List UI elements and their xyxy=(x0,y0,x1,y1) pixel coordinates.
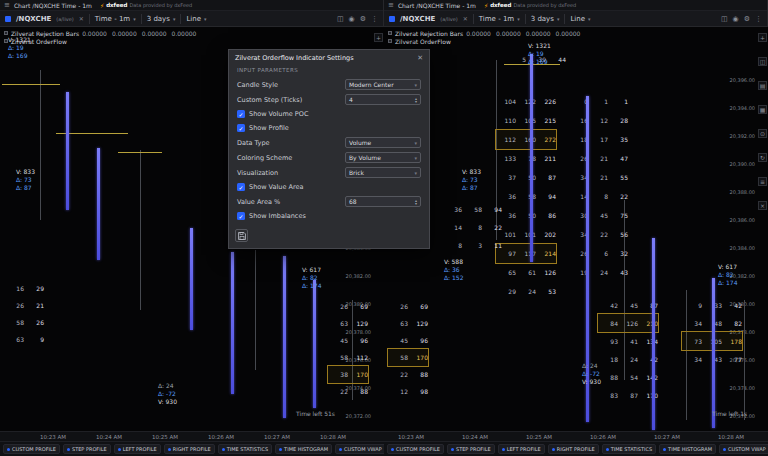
value-area-input[interactable]: 68 ▴▾ xyxy=(345,196,421,207)
range-dropdown[interactable]: 3 days ▾ xyxy=(531,15,560,23)
timeframe-dropdown[interactable]: Time - 1m ▾ xyxy=(95,15,136,23)
settings-gear-icon[interactable]: ⚙ xyxy=(360,15,366,23)
footprint-cell: 41 xyxy=(618,338,638,345)
footprint-cell: 38 xyxy=(328,371,348,378)
footprint-row: 192443 xyxy=(568,263,628,282)
footprint-column: 26696312945965817022881298 xyxy=(388,298,428,400)
refresh-icon[interactable]: ↻ xyxy=(758,153,767,162)
indicator-button-custom-vwap[interactable]: CUSTOM VWAP xyxy=(335,444,384,454)
chart-type-dropdown[interactable]: Line ▾ xyxy=(570,15,590,23)
stepper-icons[interactable]: ▴▾ xyxy=(415,199,417,205)
symbol-label[interactable]: /NQXCHE xyxy=(16,15,51,23)
chart-type-value: Line xyxy=(570,15,585,23)
settings-gear-icon[interactable]: ⚙ xyxy=(744,15,750,23)
show-volume-poc-checkbox[interactable]: ✓ Show Volume POC xyxy=(237,107,421,121)
indicator-button-time-histogram[interactable]: TIME HISTOGRAM xyxy=(659,444,716,454)
remove-symbol-icon[interactable]: ✕ xyxy=(79,15,84,22)
chart-type-value: Line xyxy=(186,15,201,23)
time-axis[interactable]: 10:23 AM10:24 AM10:25 AM10:26 AM10:27 AM… xyxy=(0,431,384,441)
range-dropdown[interactable]: 3 days ▾ xyxy=(147,15,176,23)
menu-icon[interactable]: ≡ xyxy=(758,177,767,186)
dxfeed-bolt-icon: ⚡ xyxy=(484,2,488,9)
legend-row[interactable]: Zilverat OrderFlow xyxy=(388,37,580,45)
footprint-cell: 19 xyxy=(568,269,588,276)
target-icon[interactable]: ⊙ xyxy=(758,129,767,138)
chart-type-dropdown[interactable]: Line ▾ xyxy=(186,15,206,23)
indicator-button-step-profile[interactable]: STEP PROFILE xyxy=(63,444,111,454)
coloring-scheme-select[interactable]: By Volume ▾ xyxy=(345,152,421,163)
stepper-icons[interactable]: ▴▾ xyxy=(415,97,417,103)
show-value-area-label: Show Value Area xyxy=(249,183,303,191)
close-icon[interactable]: × xyxy=(758,201,767,210)
grid-icon[interactable]: ▦ xyxy=(758,105,767,114)
time-axis[interactable]: 10:23 AM10:24 AM10:25 AM10:26 AM10:27 AM… xyxy=(384,431,768,441)
data-type-select[interactable]: Volume ▾ xyxy=(345,137,421,148)
more-options-icon[interactable]: ⋮ xyxy=(371,15,378,23)
show-imbalances-checkbox[interactable]: ✓ Show Imbalances xyxy=(237,209,421,223)
footprint-cell: 12 xyxy=(588,117,608,124)
visualization-select[interactable]: Brick ▾ xyxy=(345,167,421,178)
show-value-area-checkbox[interactable]: ✓ Show Value Area xyxy=(237,180,421,194)
symbol-label[interactable]: /NQXCHE xyxy=(400,15,435,23)
indicator-button-step-profile[interactable]: STEP PROFILE xyxy=(447,444,495,454)
legend-value: 0.00000 xyxy=(496,30,521,37)
indicator-dot-icon xyxy=(279,448,282,451)
layout-grid-icon[interactable]: ◫ xyxy=(337,15,344,23)
footprint-cell: 58 xyxy=(516,193,536,200)
time-axis-label: 10:27 AM xyxy=(654,434,680,440)
indicator-footer: CUSTOM PROFILESTEP PROFILELEFT PROFILERI… xyxy=(0,441,384,456)
legend-row[interactable]: Zilverat Rejection Bars 0.000000.000000.… xyxy=(4,29,196,37)
footprint-cell: 215 xyxy=(536,117,556,124)
save-settings-button[interactable] xyxy=(235,229,248,242)
footprint-cell: 32 xyxy=(608,250,628,257)
timeframe-dropdown[interactable]: Time - 1m ▾ xyxy=(479,15,520,23)
volume-delta-bar xyxy=(530,54,533,262)
panel-menu-icon[interactable]: ≡ xyxy=(388,1,394,9)
dialog-header[interactable]: Zilverat Orderflow Indicator Settings ✕ xyxy=(229,50,429,65)
indicator-button-time-statistics[interactable]: TIME STATISTICS xyxy=(218,444,272,454)
plus-icon[interactable]: + xyxy=(758,33,767,42)
legend-value: 0.00000 xyxy=(172,30,197,37)
footprint-row: 365086 xyxy=(496,206,556,225)
stat-line: Δ: 19 xyxy=(528,50,551,58)
legend-row[interactable]: Zilverat OrderFlow xyxy=(4,37,196,45)
chart-area[interactable]: Zilverat Rejection Bars 0.000000.000000.… xyxy=(384,27,768,431)
footprint-row: 26632 xyxy=(568,244,628,263)
candle-style-select[interactable]: Modern Center ▾ xyxy=(345,79,421,90)
legend-row[interactable]: Zilverat Rejection Bars 0.000000.000000.… xyxy=(388,29,580,37)
panel-menu-icon[interactable]: ≡ xyxy=(4,1,10,9)
indicator-button-right-profile[interactable]: RIGHT PROFILE xyxy=(164,444,215,454)
remove-symbol-icon[interactable]: ✕ xyxy=(463,15,468,22)
camera-icon[interactable]: ◉ xyxy=(733,15,739,23)
indicator-button-label: LEFT PROFILE xyxy=(123,446,157,452)
indicator-button-custom-profile[interactable]: CUSTOM PROFILE xyxy=(3,444,60,454)
close-icon[interactable]: ✕ xyxy=(417,54,423,62)
indicator-button-left-profile[interactable]: LEFT PROFILE xyxy=(114,444,161,454)
indicator-button-time-histogram[interactable]: TIME HISTOGRAM xyxy=(275,444,332,454)
indicator-button-left-profile[interactable]: LEFT PROFILE xyxy=(498,444,545,454)
visualization-label: Visualization xyxy=(237,169,278,177)
indicator-button-custom-profile[interactable]: CUSTOM PROFILE xyxy=(387,444,444,454)
rows-icon[interactable]: ▤ xyxy=(758,81,767,90)
footprint-cell: 110 xyxy=(496,117,516,124)
footprint-cell: 8 xyxy=(462,224,482,231)
footprint-row: 365894 xyxy=(442,200,502,218)
indicator-button-right-profile[interactable]: RIGHT PROFILE xyxy=(548,444,599,454)
footprint-row: 292453 xyxy=(496,282,556,301)
side-toolbar-rail: +◫▤▦⊙↻≡× xyxy=(758,33,767,210)
indicator-button-custom-vwap[interactable]: CUSTOM VWAP xyxy=(719,444,768,454)
show-imbalances-label: Show Imbalances xyxy=(249,212,306,220)
layout-grid-icon[interactable]: ◫ xyxy=(721,15,728,23)
indicator-button-time-statistics[interactable]: TIME STATISTICS xyxy=(602,444,656,454)
value-area-row: Value Area % 68 ▴▾ xyxy=(237,194,421,209)
indicator-dot-icon xyxy=(502,448,505,451)
custom-step-input[interactable]: 4 ▴▾ xyxy=(345,94,421,105)
more-options-icon[interactable]: ⋮ xyxy=(755,15,762,23)
footprint-row: 182442 xyxy=(598,350,658,368)
layout-icon[interactable]: ◫ xyxy=(758,57,767,66)
toolbar-icons: ◫ ◉ ⚙ ⋮ xyxy=(337,15,378,23)
camera-icon[interactable]: ◉ xyxy=(349,15,355,23)
indicator-dot-icon xyxy=(222,448,225,451)
show-profile-checkbox[interactable]: ✓ Show Profile xyxy=(237,121,421,135)
plus-icon[interactable]: + xyxy=(374,33,383,42)
